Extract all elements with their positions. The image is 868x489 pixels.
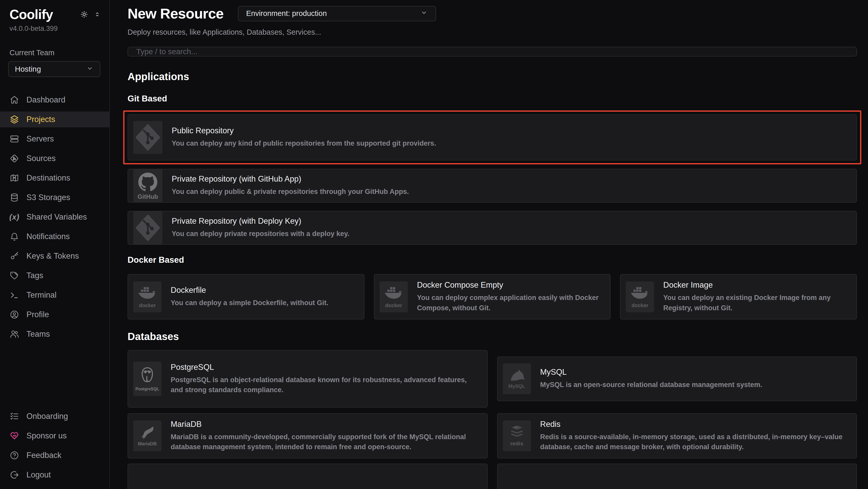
sidebar-item-label: Servers	[26, 134, 54, 144]
card-title: MySQL	[540, 368, 762, 377]
tags-icon	[9, 271, 19, 281]
card-private-repository-deploy-key[interactable]: Private Repository (with Deploy Key) You…	[128, 211, 857, 245]
docker-wordmark: docker	[631, 303, 649, 309]
key-icon	[9, 251, 19, 261]
mariadb-wordmark: MariaDB	[138, 441, 157, 447]
app-version: v4.0.0-beta.399	[0, 22, 109, 33]
sidebar-item-projects[interactable]: Projects	[0, 112, 109, 127]
environment-select-value: Environment: production	[246, 9, 327, 18]
sidebar-item-destinations[interactable]: Destinations	[0, 170, 109, 186]
card-docker-compose-empty[interactable]: docker Docker Compose Empty You can depl…	[374, 274, 611, 319]
card-title: PostgreSQL	[171, 363, 481, 372]
database-cards-row-3-clipped	[128, 464, 857, 489]
docker-cards-row: docker Dockerfile You can deploy a simpl…	[128, 274, 857, 319]
card-title: Private Repository (with GitHub App)	[172, 174, 409, 184]
sidebar-item-label: Terminal	[26, 290, 57, 300]
page-title: New Resource	[128, 5, 223, 22]
card-dockerfile[interactable]: docker Dockerfile You can deploy a simpl…	[128, 274, 365, 319]
sidebar-item-tags[interactable]: Tags	[0, 268, 109, 284]
docker-wordmark: docker	[385, 303, 402, 309]
sidebar-item-onboarding[interactable]: Onboarding	[0, 408, 109, 424]
app-logo: Coolify	[9, 7, 53, 22]
sidebar-item-keys-tokens[interactable]: Keys & Tokens	[0, 248, 109, 264]
coolify-app: Coolify v4.0.0-beta.399 Current Team Hos…	[0, 0, 868, 489]
card-mysql[interactable]: MySQL MySQL MySQL is an open-source rela…	[497, 356, 857, 401]
sidebar-item-servers[interactable]: Servers	[0, 131, 109, 147]
sidebar-footer: Onboarding Sponsor us Feedback Logout	[0, 408, 109, 484]
card-docker-image[interactable]: docker Docker Image You can deploy an ex…	[620, 274, 857, 319]
sidebar-item-label: Destinations	[26, 173, 70, 182]
card-description: You can deploy complex application easil…	[417, 293, 604, 313]
sidebar-item-label: Projects	[26, 115, 55, 124]
github-icon: GitHub	[133, 169, 162, 202]
sidebar-item-label: Notifications	[26, 232, 70, 241]
logout-icon	[9, 470, 19, 480]
section-heading-databases: Databases	[128, 331, 857, 342]
card-mariadb[interactable]: MariaDB MariaDB MariaDB is a community-d…	[128, 413, 488, 458]
git-icon	[133, 211, 162, 244]
docker-wordmark: docker	[139, 303, 156, 309]
checklist-icon	[9, 411, 19, 421]
card-description: MariaDB is a community-developed, commer…	[171, 432, 481, 452]
card-description: PostgreSQL is an object-relational datab…	[171, 375, 481, 395]
git-branch-icon	[9, 153, 19, 163]
sidebar-item-label: Tags	[26, 271, 43, 280]
card-clipped[interactable]	[497, 464, 857, 489]
team-select-value: Hosting	[15, 65, 41, 74]
card-public-repository[interactable]: Public Repository You can deploy any kin…	[128, 114, 857, 161]
sidebar-item-terminal[interactable]: Terminal	[0, 287, 109, 303]
environment-select[interactable]: Environment: production	[238, 6, 436, 21]
page-subtitle: Deploy resources, like Applications, Dat…	[128, 28, 857, 36]
server-icon	[9, 134, 19, 144]
highlight-annotation-box: Public Repository You can deploy any kin…	[128, 114, 857, 161]
search-bar	[128, 47, 857, 57]
card-description: You can deploy private repositories with…	[172, 229, 349, 239]
card-description: You can deploy any kind of public reposi…	[172, 138, 436, 148]
sidebar-item-label: S3 Storages	[26, 193, 70, 202]
variable-icon: (x)	[9, 212, 19, 222]
map-icon	[9, 173, 19, 183]
card-description: You can deploy an existing Docker Image …	[663, 293, 850, 313]
sidebar-item-feedback[interactable]: Feedback	[0, 448, 109, 463]
layers-icon	[9, 115, 19, 124]
theme-toggle-sun-icon[interactable]	[80, 10, 88, 19]
sidebar-item-sponsor-us[interactable]: Sponsor us	[0, 428, 109, 444]
card-clipped[interactable]	[128, 464, 488, 489]
sidebar-item-label: Teams	[26, 329, 50, 339]
sidebar-nav: Dashboard Projects Servers Sources Desti…	[0, 92, 109, 342]
user-circle-icon	[9, 310, 19, 319]
search-input[interactable]	[128, 47, 857, 56]
sidebar-item-teams[interactable]: Teams	[0, 326, 109, 342]
mysql-wordmark: MySQL	[508, 383, 525, 389]
docker-icon: docker	[133, 282, 161, 312]
card-description: You can deploy a simple Dockerfile, with…	[171, 298, 329, 308]
sidebar-item-logout[interactable]: Logout	[0, 467, 109, 483]
sidebar-item-label: Sponsor us	[26, 431, 67, 440]
card-private-repository-github-app[interactable]: GitHub Private Repository (with GitHub A…	[128, 169, 857, 203]
postgresql-icon: PostgreSQL	[133, 362, 161, 396]
main-content: New Resource Environment: production Dep…	[110, 0, 868, 489]
mariadb-icon: MariaDB	[133, 421, 161, 451]
postgresql-wordmark: PostgreSQL	[135, 387, 159, 392]
sidebar-item-notifications[interactable]: Notifications	[0, 229, 109, 244]
sidebar-item-label: Feedback	[26, 451, 61, 460]
sidebar-item-profile[interactable]: Profile	[0, 307, 109, 323]
sidebar-item-dashboard[interactable]: Dashboard	[0, 92, 109, 108]
docker-icon: docker	[380, 282, 408, 312]
card-postgresql[interactable]: PostgreSQL PostgreSQL PostgreSQL is an o…	[128, 350, 488, 408]
terminal-icon	[9, 290, 19, 300]
heart-handshake-icon	[9, 431, 19, 441]
database-cards-row-2: MariaDB MariaDB MariaDB is a community-d…	[128, 413, 857, 458]
version-switcher-icon[interactable]	[94, 11, 101, 18]
bell-icon	[9, 232, 19, 241]
team-select[interactable]: Hosting	[8, 61, 100, 77]
card-title: Public Repository	[172, 126, 436, 135]
card-redis[interactable]: redis Redis Redis is a source-available,…	[497, 413, 857, 458]
sidebar-item-sources[interactable]: Sources	[0, 150, 109, 166]
sidebar-item-s3-storages[interactable]: S3 Storages	[0, 190, 109, 205]
sidebar-item-label: Sources	[26, 154, 56, 163]
sidebar-item-shared-variables[interactable]: (x) Shared Variables	[0, 209, 109, 225]
sidebar-item-label: Onboarding	[26, 412, 68, 421]
card-description: You can deploy public & private reposito…	[172, 187, 409, 197]
chevron-down-icon	[420, 9, 428, 18]
